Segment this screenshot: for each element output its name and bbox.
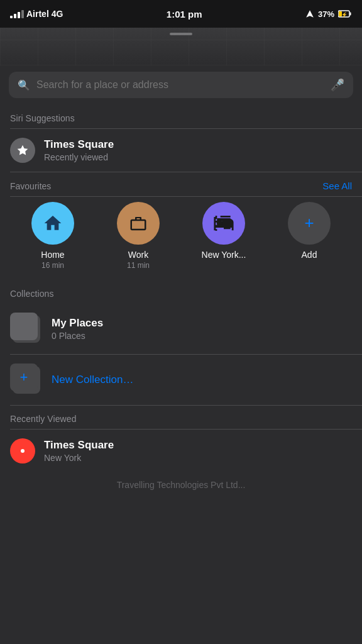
battery-icon: ⚡	[338, 10, 352, 18]
status-right: 37% ⚡	[305, 9, 352, 19]
recently-viewed-item[interactable]: Times Square New York	[0, 430, 362, 472]
search-container: 🔍 🎤	[0, 65, 362, 104]
home-circle	[31, 202, 74, 245]
add-circle: +	[288, 202, 331, 245]
siri-suggestion-item[interactable]: Times Square Recently viewed	[0, 129, 362, 172]
new-collection-title: New Collection…	[52, 374, 133, 386]
recently-viewed-text: Times Square New York	[44, 439, 114, 463]
search-icon: 🔍	[18, 79, 30, 91]
favourite-home[interactable]: Home 16 min	[25, 202, 81, 270]
suggestion-title: Times Square	[44, 138, 114, 151]
favourites-header: Favourites See All	[0, 172, 362, 196]
signal-bars	[10, 10, 24, 18]
newyork-circle	[202, 202, 245, 245]
bottom-partial: Travelling Technologies Pvt Ltd...	[0, 472, 362, 497]
my-places-item[interactable]: My Places 0 Places	[0, 304, 362, 354]
favourite-work[interactable]: Work 11 min	[110, 202, 167, 270]
status-bar: Airtel 4G 1:01 pm 37% ⚡	[0, 0, 362, 28]
collections-header: Collections	[0, 280, 362, 304]
work-circle	[117, 202, 160, 245]
svg-text:⚡: ⚡	[341, 11, 348, 18]
location-icon	[305, 9, 314, 18]
drag-handle[interactable]	[170, 33, 192, 35]
carrier-label: Airtel 4G	[26, 9, 63, 19]
svg-rect-2	[350, 13, 351, 16]
home-label: Home	[41, 250, 64, 260]
add-label: Add	[302, 250, 317, 260]
siri-suggestions-header: Siri Suggestions	[0, 104, 362, 128]
my-places-text: My Places 0 Places	[52, 317, 103, 341]
suggestion-text: Times Square Recently viewed	[44, 138, 114, 162]
favourite-add[interactable]: + Add	[281, 202, 337, 270]
battery-label: 37%	[318, 9, 334, 19]
work-label: Work	[128, 250, 148, 260]
microphone-icon[interactable]: 🎤	[331, 78, 344, 92]
add-icon: +	[304, 213, 314, 233]
my-places-thumb	[10, 313, 43, 345]
time-label: 1:01 pm	[167, 9, 202, 19]
suggestion-icon	[10, 138, 35, 163]
new-collection-item[interactable]: + New Collection…	[0, 355, 362, 405]
favourite-newyork[interactable]: New York...	[195, 202, 252, 270]
search-bar[interactable]: 🔍 🎤	[9, 72, 353, 98]
see-all-button[interactable]: See All	[322, 180, 352, 191]
recently-viewed-subtitle: New York	[44, 453, 114, 463]
svg-point-6	[21, 449, 25, 453]
suggestion-subtitle: Recently viewed	[44, 152, 114, 162]
favourites-label: Favourites	[10, 181, 51, 191]
work-sublabel: 11 min	[127, 261, 150, 270]
my-places-title: My Places	[52, 317, 103, 330]
map-background	[0, 28, 362, 65]
new-collection-thumb: +	[10, 364, 43, 396]
my-places-subtitle: 0 Places	[52, 331, 103, 341]
newyork-label: New York...	[202, 250, 246, 260]
svg-marker-4	[18, 145, 28, 155]
recently-viewed-header: Recently Viewed	[0, 405, 362, 429]
status-left: Airtel 4G	[10, 9, 63, 19]
new-collection-text: New Collection…	[52, 374, 133, 386]
pin-icon-circle	[10, 438, 35, 464]
home-sublabel: 16 min	[41, 261, 64, 270]
search-input[interactable]	[36, 79, 324, 91]
recently-viewed-title: Times Square	[44, 439, 114, 452]
favourites-row: Home 16 min Work 11 min N	[0, 197, 362, 280]
